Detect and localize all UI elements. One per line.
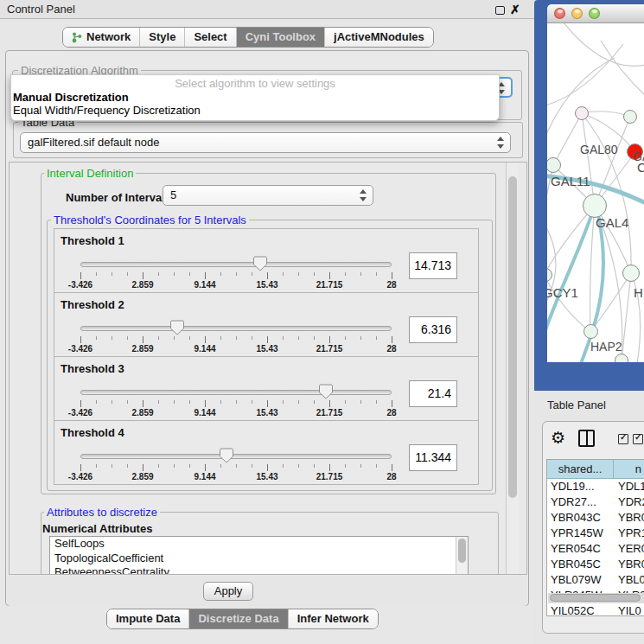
network-window-titlebar bbox=[547, 4, 644, 23]
num-intervals-combobox[interactable]: 5 bbox=[163, 185, 373, 206]
dropdown-option-manual[interactable]: Manual Discretization bbox=[11, 91, 499, 104]
cyni-bottom-tabs: Impute Data Discretize Data Infer Networ… bbox=[106, 609, 379, 629]
threshold-4-slider[interactable] bbox=[80, 454, 392, 459]
table-row[interactable]: YER054C YER0 bbox=[547, 541, 644, 557]
control-panel-tabs: Network Style Select Cyni Toolbox jActiv… bbox=[62, 27, 434, 48]
table-row[interactable]: YIL052C YIL0 bbox=[547, 603, 644, 616]
column-header-shared-name[interactable]: shared... bbox=[547, 460, 614, 479]
dropdown-placeholder-item[interactable]: Select algorithm to view settings bbox=[11, 77, 499, 91]
slider-ticks bbox=[80, 336, 392, 343]
combo-stepper-icon bbox=[360, 189, 367, 202]
table-toolbar: ⚙ bbox=[543, 422, 644, 456]
cyni-toolbox-panel: Discretization Algorithm Table Data galF… bbox=[5, 50, 529, 606]
list-item[interactable]: TopologicalCoefficient bbox=[50, 552, 468, 566]
table-panel-body: ⚙ shared... n YDL19... YDL1 YDR27... bbox=[542, 421, 644, 634]
threshold-3-slider[interactable] bbox=[80, 390, 392, 395]
dropdown-option-equal-width[interactable]: Equal Width/Frequency Discretization bbox=[11, 104, 499, 117]
node-label: C bbox=[637, 160, 644, 175]
threshold-3-value-field[interactable]: 21.4 bbox=[409, 380, 457, 407]
threshold-4-label: Threshold 4 bbox=[61, 426, 124, 439]
node-label: H bbox=[634, 285, 643, 300]
mac-close-icon[interactable] bbox=[554, 8, 565, 19]
control-panel-titlebar: Control Panel ✗ bbox=[0, 0, 534, 19]
attributes-group-title: Attributes to discretize bbox=[44, 507, 160, 518]
table-row[interactable]: YBL079W YBL0 bbox=[547, 572, 644, 588]
table-panel-title: Table Panel bbox=[547, 399, 606, 411]
apply-button[interactable]: Apply bbox=[203, 582, 253, 601]
node-label: GAL80 bbox=[580, 143, 618, 156]
table-panel: Table Panel ⚙ shared... n YDL19... YDL1 bbox=[534, 391, 644, 644]
checkbox-icon[interactable] bbox=[633, 434, 643, 444]
threshold-1-value-field[interactable]: 14.713 bbox=[409, 252, 457, 279]
float-window-icon[interactable] bbox=[495, 6, 505, 15]
numerical-attributes-list[interactable]: SelfLoopsTopologicalCoefficientBetweenne… bbox=[49, 536, 469, 575]
control-panel: Control Panel ✗ Network Style Select Cyn… bbox=[0, 0, 534, 644]
slider-tick-labels: -3.426 2.859 9.144 15.43 21.715 28 bbox=[80, 472, 392, 482]
numerical-attributes-label: Numerical Attributes bbox=[42, 522, 152, 535]
settings-scroll-area: Interval Definition Number of Intervals … bbox=[9, 162, 527, 575]
list-item[interactable]: BetweennessCentrality bbox=[50, 565, 468, 575]
mac-minimize-icon[interactable] bbox=[571, 8, 583, 19]
threshold-3-panel: Threshold 3 -3.426 2.859 9.144 15.43 21.… bbox=[54, 356, 479, 421]
checkbox-icon[interactable] bbox=[618, 434, 628, 444]
tab-select[interactable]: Select bbox=[184, 28, 235, 47]
control-panel-title: Control Panel bbox=[7, 0, 75, 19]
combo-stepper-icon bbox=[497, 137, 505, 150]
column-header-name[interactable]: n bbox=[614, 460, 644, 479]
slider-thumb[interactable] bbox=[253, 256, 267, 271]
threshold-4-panel: Threshold 4 -3.426 2.859 9.144 15.43 21.… bbox=[54, 420, 479, 485]
slider-thumb[interactable] bbox=[220, 448, 233, 463]
table-row[interactable]: YPR145W YPR1 bbox=[547, 526, 644, 541]
threshold-1-panel: Threshold 1 -3.426 2.859 9.144 15.43 21.… bbox=[54, 228, 479, 293]
slider-thumb[interactable] bbox=[170, 320, 184, 335]
network-icon bbox=[72, 31, 82, 43]
threshold-1-label: Threshold 1 bbox=[61, 234, 124, 247]
slider-thumb[interactable] bbox=[319, 384, 333, 399]
threshold-2-label: Threshold 2 bbox=[61, 298, 124, 311]
thresholds-group-title: Threshold's Coordinates for 5 Intervals bbox=[51, 214, 249, 226]
tab-impute-data[interactable]: Impute Data bbox=[107, 609, 188, 628]
node-label: HAP2 bbox=[590, 340, 622, 354]
slider-tick-labels: -3.426 2.859 9.144 15.43 21.715 28 bbox=[80, 408, 392, 418]
num-intervals-label: Number of Intervals bbox=[66, 191, 171, 204]
table-data-combobox[interactable]: galFiltered.sif default node bbox=[20, 132, 511, 153]
list-scrollbar[interactable] bbox=[456, 537, 468, 575]
tab-style[interactable]: Style bbox=[139, 28, 184, 47]
slider-ticks bbox=[80, 400, 392, 407]
tab-cyni-toolbox[interactable]: Cyni Toolbox bbox=[236, 28, 324, 47]
split-column-icon[interactable] bbox=[578, 430, 595, 447]
apply-strip: Apply bbox=[7, 576, 527, 606]
slider-tick-labels: -3.426 2.859 9.144 15.43 21.715 28 bbox=[80, 280, 392, 290]
threshold-2-panel: Threshold 2 -3.426 2.859 9.144 15.43 21.… bbox=[54, 292, 479, 357]
network-view-window: GAL80GACGAL11GAL4GCY1HHAP2 bbox=[534, 0, 644, 391]
threshold-4-value-field[interactable]: 11.344 bbox=[409, 444, 457, 471]
algorithm-dropdown-popup: Select algorithm to view settings Manual… bbox=[10, 74, 500, 121]
table-row[interactable]: YBR045C YBR0 bbox=[547, 557, 644, 572]
node-label: GCY1 bbox=[547, 285, 578, 300]
table-row[interactable]: YDR27... YDR2 bbox=[547, 494, 644, 510]
tab-discretize-data[interactable]: Discretize Data bbox=[188, 609, 287, 628]
table-header-row: shared... n bbox=[547, 460, 644, 479]
tab-jactivemnodules[interactable]: jActiveMNodules bbox=[324, 28, 433, 47]
table-row[interactable]: YBR043C YBR0 bbox=[547, 510, 644, 526]
node-table: shared... n YDL19... YDL1 YDR27... YDR2 bbox=[546, 459, 644, 616]
horizontal-scrollbar[interactable] bbox=[548, 593, 644, 603]
node-label: GAL11 bbox=[551, 174, 590, 188]
threshold-3-label: Threshold 3 bbox=[61, 362, 124, 375]
slider-ticks bbox=[80, 272, 392, 279]
threshold-panels: Threshold 1 -3.426 2.859 9.144 15.43 21.… bbox=[54, 229, 479, 485]
close-icon[interactable]: ✗ bbox=[510, 2, 520, 17]
list-item[interactable]: SelfLoops bbox=[50, 537, 468, 552]
tab-infer-network[interactable]: Infer Network bbox=[288, 609, 378, 628]
threshold-2-slider[interactable] bbox=[80, 326, 392, 331]
threshold-1-slider[interactable] bbox=[80, 262, 392, 267]
vertical-scrollbar[interactable] bbox=[506, 163, 519, 574]
slider-tick-labels: -3.426 2.859 9.144 15.43 21.715 28 bbox=[80, 344, 392, 354]
network-canvas[interactable]: GAL80GACGAL11GAL4GCY1HHAP2 bbox=[547, 23, 644, 362]
network-node-labels: GAL80GACGAL11GAL4GCY1HHAP2 bbox=[547, 23, 644, 362]
table-row[interactable]: YDL19... YDL1 bbox=[547, 479, 644, 494]
gear-icon[interactable]: ⚙ bbox=[551, 428, 565, 448]
threshold-2-value-field[interactable]: 6.316 bbox=[409, 316, 457, 343]
tab-network[interactable]: Network bbox=[63, 28, 139, 47]
mac-zoom-icon[interactable] bbox=[589, 8, 600, 19]
